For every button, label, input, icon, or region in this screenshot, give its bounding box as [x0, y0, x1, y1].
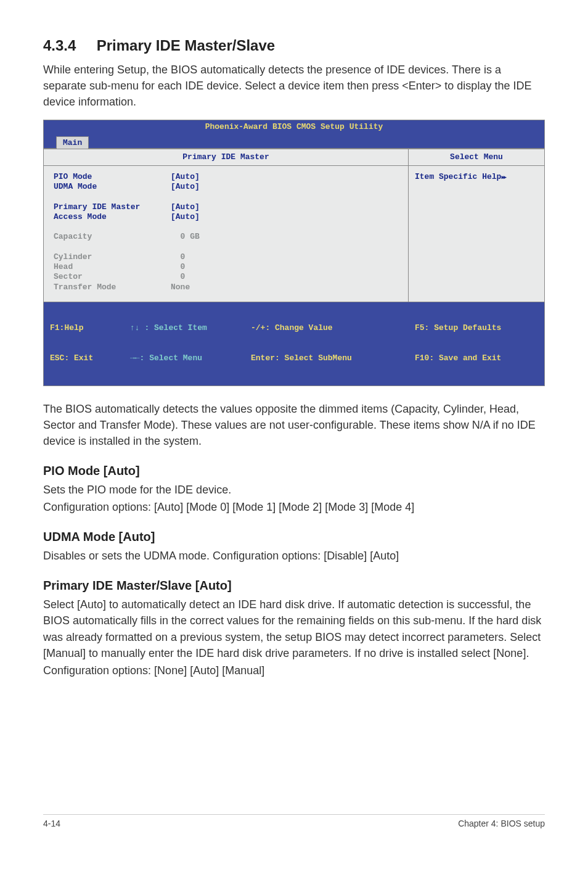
bios-value-head: 0: [171, 262, 185, 272]
bios-footer-f1: F1:Help: [50, 323, 130, 333]
bios-row-head: Head 0: [54, 262, 398, 272]
page-number: 4-14: [43, 819, 60, 828]
bios-footer-col4: F5: Setup Defaults F10: Save and Exit: [415, 303, 538, 384]
bios-help-text: Item Specific Help▶▶: [415, 172, 538, 182]
pio-heading: PIO Mode [Auto]: [43, 464, 545, 478]
section-heading: 4.3.4 Primary IDE Master/Slave: [43, 37, 545, 54]
bios-row-pim[interactable]: Primary IDE Master [Auto]: [54, 202, 398, 212]
bios-label-udma: UDMA Mode: [54, 182, 171, 192]
bios-title: Phoenix-Award BIOS CMOS Setup Utility: [44, 120, 544, 134]
bios-label-access: Access Mode: [54, 212, 171, 222]
bios-row-sector: Sector 0: [54, 272, 398, 282]
bios-label-cylinder: Cylinder: [54, 252, 171, 262]
bios-footer-save-exit: F10: Save and Exit: [415, 353, 538, 363]
bios-panel-title-left: Primary IDE Master: [44, 149, 409, 166]
bios-value-access: [Auto]: [171, 212, 200, 222]
bios-footer-col3: -/+: Change Value Enter: Select SubMenu: [251, 303, 415, 384]
bios-row-pio[interactable]: PIO Mode [Auto]: [54, 172, 398, 182]
bios-screenshot: Phoenix-Award BIOS CMOS Setup Utility Ma…: [43, 120, 545, 386]
pio-line2: Configuration options: [Auto] [Mode 0] […: [43, 499, 545, 515]
bios-footer-esc: ESC: Exit: [50, 353, 130, 363]
bios-row-udma[interactable]: UDMA Mode [Auto]: [54, 182, 398, 192]
double-arrow-icon: ▶▶: [501, 175, 505, 181]
bios-row-transfer: Transfer Mode None: [54, 283, 398, 292]
bios-footer: F1:Help ESC: Exit ↑↓ : Select Item →←: S…: [44, 302, 544, 386]
bios-value-transfer: None: [171, 283, 190, 292]
bios-footer-setup-defaults: F5: Setup Defaults: [415, 323, 538, 333]
bios-body-right: Item Specific Help▶▶: [409, 166, 544, 302]
bios-label-head: Head: [54, 262, 171, 272]
bios-tab-main[interactable]: Main: [56, 136, 89, 149]
bios-tab-bar: Main: [44, 134, 544, 148]
pim-heading: Primary IDE Master/Slave [Auto]: [43, 579, 545, 593]
bios-row-blank2: [54, 222, 398, 232]
page-footer: 4-14 Chapter 4: BIOS setup: [43, 814, 545, 828]
bios-value-sector: 0: [171, 272, 185, 282]
pio-line1: Sets the PIO mode for the IDE device.: [43, 482, 545, 498]
bios-help-label: Item Specific Help: [415, 172, 501, 181]
bios-body: PIO Mode [Auto] UDMA Mode [Auto] Primary…: [44, 166, 544, 302]
bios-label-pim: Primary IDE Master: [54, 202, 171, 212]
bios-row-access[interactable]: Access Mode [Auto]: [54, 212, 398, 222]
section-title: Primary IDE Master/Slave: [97, 37, 276, 54]
bios-footer-col2: ↑↓ : Select Item →←: Select Menu: [130, 303, 251, 384]
bios-label-capacity: Capacity: [54, 232, 171, 242]
chapter-label: Chapter 4: BIOS setup: [458, 819, 545, 828]
udma-line1: Disables or sets the UDMA mode. Configur…: [43, 548, 545, 564]
udma-heading: UDMA Mode [Auto]: [43, 530, 545, 544]
section-number: 4.3.4: [43, 37, 92, 54]
bios-value-capacity: 0 GB: [171, 232, 200, 242]
bios-value-udma: [Auto]: [171, 182, 200, 192]
pim-line1: Select [Auto] to automatically detect an…: [43, 596, 545, 661]
post-bios-paragraph: The BIOS automatically detects the value…: [43, 401, 545, 449]
bios-footer-select-menu: →←: Select Menu: [130, 353, 251, 363]
bios-row-capacity: Capacity 0 GB: [54, 232, 398, 242]
bios-footer-select-sub: Enter: Select SubMenu: [251, 353, 415, 363]
bios-value-pim: [Auto]: [171, 202, 200, 212]
bios-body-left: PIO Mode [Auto] UDMA Mode [Auto] Primary…: [44, 166, 409, 302]
bios-panel-title-right: Select Menu: [409, 149, 544, 166]
bios-label-sector: Sector: [54, 272, 171, 282]
pim-line2: Configuration options: [None] [Auto] [Ma…: [43, 662, 545, 679]
bios-value-pio: [Auto]: [171, 172, 200, 182]
intro-paragraph: While entering Setup, the BIOS automatic…: [43, 62, 545, 110]
bios-header-row: Primary IDE Master Select Menu: [44, 148, 544, 166]
bios-footer-col1: F1:Help ESC: Exit: [50, 303, 130, 384]
bios-row-blank3: [54, 242, 398, 252]
bios-footer-select-item: ↑↓ : Select Item: [130, 323, 251, 333]
bios-row-cylinder: Cylinder 0: [54, 252, 398, 262]
bios-label-pio: PIO Mode: [54, 172, 171, 182]
bios-footer-change-value: -/+: Change Value: [251, 323, 415, 333]
bios-row-blank1: [54, 192, 398, 202]
bios-label-transfer: Transfer Mode: [54, 283, 171, 292]
bios-value-cylinder: 0: [171, 252, 185, 262]
